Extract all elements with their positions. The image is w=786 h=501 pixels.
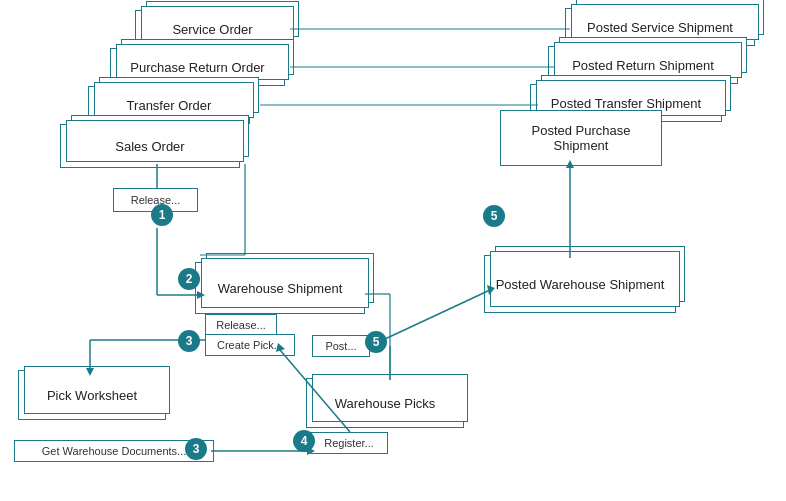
service-order-label: Service Order (172, 22, 252, 37)
badge-4: 4 (293, 430, 315, 452)
badge-5b: 5 (483, 205, 505, 227)
posted-purchase-box: Posted Purchase Shipment (500, 110, 662, 166)
badge-3a: 3 (178, 330, 200, 352)
release-button-2[interactable]: Release... (205, 314, 277, 336)
posted-return-label: Posted Return Shipment (572, 58, 714, 73)
badge-1: 1 (151, 204, 173, 226)
svg-line-16 (370, 290, 490, 346)
register-button[interactable]: Register... (310, 432, 388, 454)
transfer-order-label: Transfer Order (127, 98, 212, 113)
posted-service-label: Posted Service Shipment (587, 20, 733, 35)
posted-warehouse-label: Posted Warehouse Shipment (496, 277, 665, 292)
posted-warehouse-box: Posted Warehouse Shipment (484, 255, 676, 313)
pick-worksheet-box: Pick Worksheet (18, 370, 166, 420)
posted-transfer-label: Posted Transfer Shipment (551, 96, 701, 111)
badge-5a: 5 (365, 331, 387, 353)
warehouse-picks-box: Warehouse Picks (306, 378, 464, 428)
warehouse-shipment-box: Warehouse Shipment (195, 262, 365, 314)
pick-worksheet-label: Pick Worksheet (47, 388, 137, 403)
get-warehouse-documents-button[interactable]: Get Warehouse Documents... (14, 440, 214, 462)
warehouse-shipment-label: Warehouse Shipment (218, 281, 343, 296)
badge-2: 2 (178, 268, 200, 290)
purchase-return-label: Purchase Return Order (130, 60, 264, 75)
badge-3b: 3 (185, 438, 207, 460)
sales-order-label: Sales Order (115, 139, 184, 154)
posted-purchase-label: Posted Purchase Shipment (531, 123, 630, 153)
create-pick-button[interactable]: Create Pick... (205, 334, 295, 356)
post-button[interactable]: Post... (312, 335, 370, 357)
diagram: Service Order Purchase Return Order Tran… (0, 0, 786, 501)
sales-order-box: Sales Order (60, 124, 240, 168)
warehouse-picks-label: Warehouse Picks (335, 396, 436, 411)
